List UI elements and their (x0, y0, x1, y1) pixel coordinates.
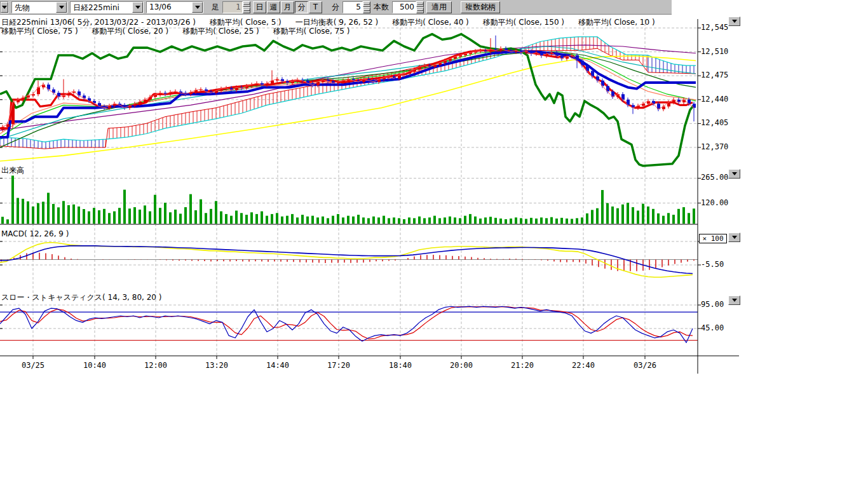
bar-count-value[interactable]: 500 (392, 1, 416, 13)
spin-down-icon[interactable] (363, 7, 370, 13)
price-tick-label: 12,440 (701, 95, 728, 104)
chart-title: 日経225mini 13/06( 5分, 2013/03/22 - 2013/0… (1, 18, 196, 27)
symbol-select[interactable]: 日経225mini (70, 1, 144, 13)
spinner-arrows[interactable] (243, 1, 250, 13)
indicator-label-ma20: 移動平均( Close, 20 ) (92, 27, 169, 36)
volume-panel-label: 出来高 (1, 165, 24, 176)
volume-tick-label: 265.00 (701, 173, 728, 182)
volume-scale-dropdown-button[interactable] (728, 169, 740, 179)
spin-down-icon[interactable] (416, 7, 424, 13)
stoch-tick-label: 95.00 (701, 300, 724, 309)
combo-arrow-icon[interactable] (192, 2, 203, 13)
price-scale-dropdown-button[interactable] (728, 17, 740, 26)
contract-month-select[interactable]: 13/06 (146, 1, 203, 13)
time-tick-label: 22:40 (569, 361, 597, 370)
stoch-scale-dropdown-button[interactable] (728, 295, 740, 305)
time-tick-label: 20:00 (447, 361, 475, 370)
period-button-週[interactable]: 週 (267, 1, 280, 13)
market-type-value: 先物 (12, 2, 56, 13)
combo-arrow-icon[interactable] (1, 2, 8, 13)
time-tick-label: 18:40 (386, 361, 414, 370)
minute-label: 分 (331, 2, 340, 13)
price-tick-label: 12,475 (701, 71, 728, 79)
time-tick-label: 03/26 (631, 361, 659, 370)
time-tick-label: 14:40 (264, 361, 292, 370)
time-tick-label: 12:00 (142, 361, 170, 370)
spin-up-icon[interactable] (416, 1, 424, 8)
symbol-value: 日経225mini (71, 2, 132, 13)
combo-arrow-icon[interactable] (56, 2, 67, 13)
indicator-label-ichimoku: 一目均衡表( 9, 26, 52 ) (295, 18, 378, 27)
multi-symbol-button[interactable]: 複数銘柄 (461, 1, 500, 13)
contract-month-value: 13/06 (147, 2, 192, 13)
spin-down-icon[interactable] (243, 7, 250, 13)
stoch-tick-label: 45.00 (701, 323, 724, 332)
partial-combobox[interactable] (0, 1, 9, 13)
price-tick-label: 12,545 (701, 23, 728, 32)
period-button-日[interactable]: 日 (253, 1, 266, 13)
time-tick-label: 13:20 (203, 361, 231, 370)
chart-area[interactable]: 日経225mini 13/06( 5分, 2013/03/22 - 2013/0… (0, 15, 868, 377)
volume-multiplier-badge: × 100 (699, 234, 727, 243)
period-button-T[interactable]: T (309, 1, 322, 13)
trading-app-window: 先物 日経225mini 13/06 足 1 日週月分T 分 5 (0, 0, 868, 488)
toolbar: 先物 日経225mini 13/06 足 1 日週月分T 分 5 (0, 0, 672, 15)
volume-tick-label: 120.00 (701, 198, 728, 207)
price-tick-label: 12,370 (701, 142, 728, 151)
macd-scale-dropdown-button[interactable] (728, 233, 740, 242)
time-tick-label: 21:20 (508, 361, 536, 370)
spinner-arrows[interactable] (416, 1, 424, 13)
bar-count-spinner[interactable]: 500 (392, 1, 424, 13)
period-button-分[interactable]: 分 (295, 1, 308, 13)
minute-spinner[interactable]: 5 (342, 1, 370, 13)
indicator-header-line2: 移動平均( Close, 75 )移動平均( Close, 20 )移動平均( … (1, 26, 363, 37)
apply-button[interactable]: 適用 (426, 1, 452, 13)
indicator-label-ma25: 移動平均( Close, 25 ) (182, 27, 259, 36)
macd-panel-label: MACD( 12, 26, 9 ) (1, 229, 69, 238)
spinner-arrows[interactable] (363, 1, 370, 13)
stoch-panel-label: スロー・ストキャスティクス( 14, 3, 80, 20 ) (1, 292, 161, 303)
indicator-label-ma75b: 移動平均( Close, 75 ) (273, 27, 350, 36)
indicator-label-ma150: 移動平均( Close, 150 ) (483, 18, 564, 27)
bar-type-label: 足 (211, 2, 220, 13)
bar-interval-spinner[interactable]: 1 (222, 1, 250, 13)
combo-arrow-icon[interactable] (132, 2, 143, 13)
period-button-group: 日週月分T (253, 1, 322, 13)
indicator-label-ma5: 移動平均( Close, 5 ) (210, 18, 281, 27)
macd-tick-label: -5.50 (701, 260, 724, 269)
period-button-月[interactable]: 月 (281, 1, 294, 13)
time-tick-label: 10:40 (81, 361, 109, 370)
bar-count-label: 本数 (373, 2, 390, 13)
price-tick-label: 12,405 (701, 118, 728, 127)
market-type-select[interactable]: 先物 (11, 1, 67, 13)
indicator-label-ma10: 移動平均( Close, 10 ) (578, 18, 655, 27)
minute-value[interactable]: 5 (342, 1, 363, 13)
spin-up-icon[interactable] (243, 1, 250, 8)
price-tick-label: 12,510 (701, 47, 728, 56)
chart-canvas[interactable] (0, 15, 743, 377)
spin-up-icon[interactable] (363, 1, 370, 8)
indicator-label-ma40: 移動平均( Close, 40 ) (392, 18, 469, 27)
time-tick-label: 03/25 (19, 361, 47, 370)
time-tick-label: 17:20 (325, 361, 353, 370)
bar-interval-value[interactable]: 1 (222, 1, 243, 13)
indicator-label-ma75: 移動平均( Close, 75 ) (1, 27, 78, 36)
